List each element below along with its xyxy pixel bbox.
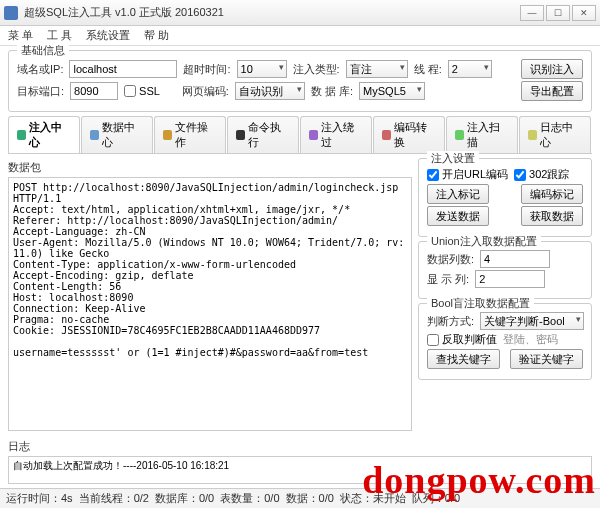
status-table: 表数量：0/0: [220, 491, 279, 506]
file-icon: [163, 130, 172, 140]
close-button[interactable]: ✕: [572, 5, 596, 21]
tab-log[interactable]: 日志中心: [519, 116, 591, 153]
find-key-button[interactable]: 查找关键字: [427, 349, 500, 369]
detect-button[interactable]: 识别注入: [521, 59, 583, 79]
get-button[interactable]: 获取数据: [521, 206, 583, 226]
port-input[interactable]: [70, 82, 118, 100]
menu-bar: 菜 单 工 具 系统设置 帮 助: [0, 26, 600, 46]
union-title: Union注入取数据配置: [427, 234, 541, 249]
cmd-icon: [236, 130, 245, 140]
delay-label: 超时时间:: [183, 62, 230, 77]
thread-label: 线 程:: [414, 62, 442, 77]
log-title: 日志: [8, 439, 592, 454]
union-group: Union注入取数据配置 数据列数: 显 示 列:: [418, 241, 592, 299]
inverse-checkbox[interactable]: 反取判断值: [427, 332, 497, 347]
encode-icon: [382, 130, 391, 140]
status-queue: 队列：0/0: [412, 491, 460, 506]
verify-key-button[interactable]: 验证关键字: [510, 349, 583, 369]
cols-label: 数据列数:: [427, 252, 474, 267]
after-label: 登陆、密码: [503, 332, 558, 347]
tab-bypass[interactable]: 注入绕过: [300, 116, 372, 153]
app-icon: [4, 6, 18, 20]
basic-title: 基础信息: [17, 43, 69, 58]
status-time: 运行时间：4s: [6, 491, 73, 506]
tab-data-center[interactable]: 数据中心: [81, 116, 153, 153]
tab-inject-center[interactable]: 注入中心: [8, 116, 80, 153]
tab-bar: 注入中心 数据中心 文件操作 命令执行 注入绕过 编码转换 注入扫描 日志中心: [8, 116, 592, 154]
host-label: 域名或IP:: [17, 62, 63, 77]
mark-button[interactable]: 注入标记: [427, 184, 489, 204]
log-box[interactable]: 自动加载上次配置成功！----2016-05-10 16:18:21: [8, 456, 592, 484]
track302-checkbox[interactable]: 302跟踪: [514, 167, 569, 182]
packet-title: 数据包: [8, 160, 412, 175]
encmark-button[interactable]: 编码标记: [521, 184, 583, 204]
ssl-checkbox[interactable]: SSL: [124, 85, 160, 97]
menu-help[interactable]: 帮 助: [144, 28, 169, 43]
maximize-button[interactable]: ☐: [546, 5, 570, 21]
inject-title: 注入设置: [427, 151, 479, 166]
host-input[interactable]: [69, 60, 177, 78]
port-label: 目标端口:: [17, 84, 64, 99]
bypass-icon: [309, 130, 318, 140]
menu-tools[interactable]: 工 具: [47, 28, 72, 43]
status-db: 数据库：0/0: [155, 491, 214, 506]
cols-input[interactable]: [480, 250, 550, 268]
status-state: 状态：未开始: [340, 491, 406, 506]
show-label: 显 示 列:: [427, 272, 469, 287]
status-thread: 当前线程：0/2: [79, 491, 149, 506]
urlenc-checkbox[interactable]: 开启URL编码: [427, 167, 508, 182]
packet-textarea[interactable]: POST http://localhost:8090/JavaSQLInject…: [8, 177, 412, 431]
home-icon: [17, 130, 26, 140]
bool-group: Bool盲注取数据配置 判断方式:关键字判断-Bool 反取判断值 登陆、密码 …: [418, 303, 592, 380]
tab-cmd-exec[interactable]: 命令执行: [227, 116, 299, 153]
basic-group: 基础信息 域名或IP: 超时时间: 10 注入类型: 盲注 线 程: 2 识别注…: [8, 50, 592, 112]
db-label: 数 据 库:: [311, 84, 353, 99]
mode-select[interactable]: 关键字判断-Bool: [480, 312, 584, 330]
bool-title: Bool盲注取数据配置: [427, 296, 534, 311]
db-select[interactable]: MySQL5: [359, 82, 425, 100]
export-button[interactable]: 导出配置: [521, 81, 583, 101]
db-icon: [90, 130, 99, 140]
enc-select[interactable]: 自动识别: [235, 82, 305, 100]
type-select[interactable]: 盲注: [346, 60, 408, 78]
menu-settings[interactable]: 系统设置: [86, 28, 130, 43]
log-icon: [528, 130, 537, 140]
title-bar: 超级SQL注入工具 v1.0 正式版 20160321 — ☐ ✕: [0, 0, 600, 26]
send-button[interactable]: 发送数据: [427, 206, 489, 226]
tab-file-ops[interactable]: 文件操作: [154, 116, 226, 153]
menu-main[interactable]: 菜 单: [8, 28, 33, 43]
inject-group: 注入设置 开启URL编码 302跟踪 注入标记 编码标记 发送数据 获取数据: [418, 158, 592, 237]
show-input[interactable]: [475, 270, 545, 288]
thread-select[interactable]: 2: [448, 60, 492, 78]
scan-icon: [455, 130, 464, 140]
window-title: 超级SQL注入工具 v1.0 正式版 20160321: [24, 5, 518, 20]
status-bar: 运行时间：4s 当前线程：0/2 数据库：0/0 表数量：0/0 数据：0/0 …: [0, 488, 600, 508]
enc-label: 网页编码:: [182, 84, 229, 99]
status-data: 数据：0/0: [286, 491, 334, 506]
tab-scan[interactable]: 注入扫描: [446, 116, 518, 153]
type-label: 注入类型:: [293, 62, 340, 77]
mode-label: 判断方式:: [427, 314, 474, 329]
delay-select[interactable]: 10: [237, 60, 287, 78]
tab-encode[interactable]: 编码转换: [373, 116, 445, 153]
minimize-button[interactable]: —: [520, 5, 544, 21]
